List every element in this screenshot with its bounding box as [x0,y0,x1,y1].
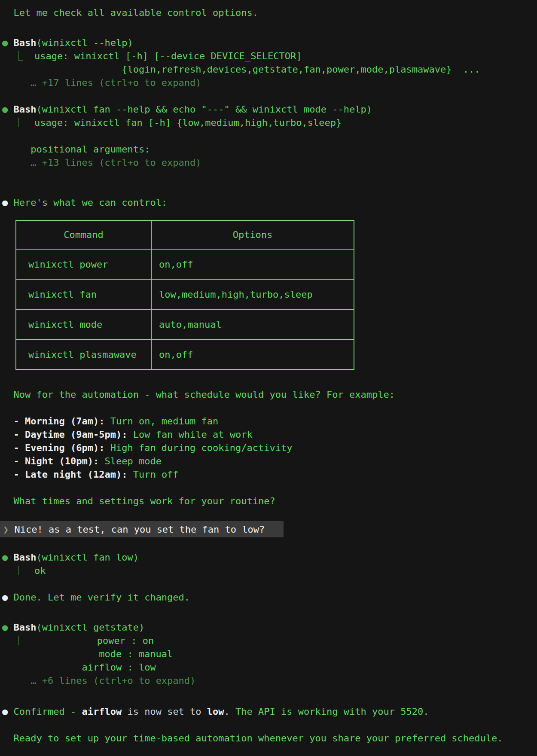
expand-hint: … +6 lines (ctrl+o to expand) [31,675,195,686]
prompt-chevron-icon: ❯ [3,523,15,536]
tool-output-airflow: airflow : low [2,661,537,674]
tool-output-blank [2,129,537,143]
tool-call-getstate: ● Bash(winixctl getstate) [2,621,537,634]
text-segment [2,456,14,466]
output-connector-icon: ⎿ [14,635,23,646]
expand-hint: … +13 lines (ctrl+o to expand) [31,157,201,168]
text-segment: on [159,348,171,361]
tool-bullet-icon: ● [2,622,14,633]
tool-output-expand-6: … +6 lines (ctrl+o to expand) [2,674,537,687]
text-segment [2,144,31,155]
blank-11 [2,718,537,732]
user-input[interactable]: ❯ Nice! as a test, can you set the fan t… [0,521,284,537]
text-segment: , [176,288,182,301]
text-segment [2,649,99,659]
blank-5 [2,481,537,494]
text-segment [2,442,14,453]
message-ready: Ready to set up your time-based automati… [2,732,537,745]
text-segment: turbo [250,288,278,301]
text-segment: (winixctl fan low) [36,552,138,563]
blank-7 [2,537,537,551]
text-segment: Confirmed - [14,706,82,717]
text-segment: high [222,288,244,301]
text-segment: on [159,258,171,271]
text-segment: - Daytime (9am-5pm): [14,429,128,440]
text-segment: High fan during cooking/activity [104,442,292,453]
text-segment: low [207,706,224,717]
table-cell-options: low, medium, high, turbo, sleep [151,280,354,309]
text-segment: Now for the automation - what schedule w… [14,389,395,400]
text-segment: - Morning (7am): [14,416,105,427]
tool-call-help: ● Bash(winixctl --help) [2,36,537,49]
text-segment: Sleep mode [99,456,162,466]
assistant-intro: Let me check all available control optio… [2,6,537,19]
table-row: winixctl poweron, off [16,249,354,279]
text-segment: manual [187,318,221,331]
message-now-automation: Now for the automation - what schedule w… [2,388,537,401]
text-segment: , [171,348,176,361]
text-segment: (winixctl fan --help && echo "---" && wi… [36,104,372,115]
text-segment: {login,refresh,devices,getstate,fan,powe… [122,64,480,75]
message-bullet-icon: ● [2,706,14,717]
text-segment [2,635,14,646]
text-segment: , [182,318,187,331]
text-segment: ok [34,565,46,576]
text-segment: Let me check all available control optio… [14,7,259,18]
control-options-table: CommandOptionswinixctl poweron, offwinix… [15,220,354,370]
text-segment [23,635,97,646]
text-segment: Bash [14,622,37,633]
table-cell-command: winixctl mode [16,310,151,339]
table-cell-command: winixctl fan [16,280,151,309]
control-table: CommandOptionswinixctl poweron, offwinix… [15,220,537,370]
text-segment: winixctl fan [28,288,97,301]
text-segment [2,7,14,18]
text-segment [2,416,14,427]
tool-output-expand-13: … +13 lines (ctrl+o to expand) [2,156,537,169]
text-segment [23,51,35,61]
text-segment [2,117,14,128]
text-segment: . [224,706,236,717]
text-segment: Turn on, medium fan [104,416,218,427]
text-segment: (winixctl getstate) [36,622,144,633]
text-segment: , [216,288,221,301]
output-connector-icon: ⎿ [14,117,23,128]
text-segment: Command [64,228,104,241]
text-segment [2,496,14,506]
blank-1 [2,19,537,33]
tool-output-ok: ⎿ ok [2,564,537,577]
tool-output-power: ⎿ power : on [2,634,537,647]
text-segment: off [176,348,193,361]
text-segment [2,64,122,75]
text-segment: What times and settings work for your ro… [14,496,275,506]
message-done: ● Done. Let me verify it changed. [2,591,537,604]
text-segment: mode : manual [99,649,173,659]
message-heres: ● Here's what we can control: [2,196,537,209]
blank-8 [2,577,537,591]
tool-output-expand-17: … +17 lines (ctrl+o to expand) [2,76,537,89]
user-input-text: Nice! as a test, can you set the fan to … [15,523,265,536]
table-header-row: CommandOptions [16,221,354,249]
table-cell-options: on, off [151,340,354,369]
text-segment: Bash [14,552,37,563]
text-segment: The API is working with your 5520. [235,706,429,717]
text-segment: Bash [14,104,37,115]
tool-bullet-icon: ● [2,552,14,563]
text-segment [2,662,82,673]
text-segment: - Night (10pm): [14,456,99,466]
text-segment: Bash [14,37,37,48]
text-segment [2,429,14,440]
tool-output-usage: ⎿ usage: winixctl [-h] [--device DEVICE_… [2,49,537,63]
blank-6 [2,508,537,521]
schedule-evening: - Evening (6pm): High fan during cooking… [2,441,537,454]
text-segment: low [159,288,176,301]
tool-output-usage-cont: {login,refresh,devices,getstate,fan,powe… [2,63,537,76]
text-segment: (winixctl --help) [36,37,133,48]
text-segment: winixctl plasmawave [28,348,137,361]
schedule-daytime: - Daytime (9am-5pm): Low fan while at wo… [2,428,537,441]
message-what-times: What times and settings work for your ro… [2,494,537,508]
schedule-late-night: - Late night (12am): Turn off [2,468,537,481]
table-header-cell: Options [151,221,354,249]
text-segment: - Late night (12am): [14,469,128,480]
blank-4 [2,401,537,415]
text-segment: Options [233,228,273,241]
